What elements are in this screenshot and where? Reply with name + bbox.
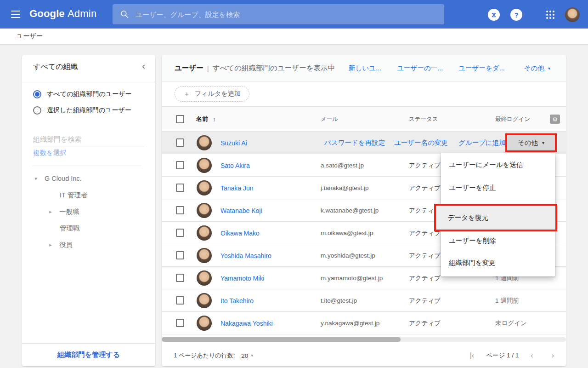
user-email: m.oikawa@gtest.jp (321, 222, 373, 244)
account-avatar[interactable] (565, 7, 580, 22)
table-header: 名前 ↑ メール ステータス 最終ログイン ⚙ (162, 107, 566, 132)
sidebar-title: すべての組織 (33, 62, 78, 72)
next-page-icon[interactable]: › (552, 351, 554, 360)
table-row[interactable]: Nakagawa Yoshiki y.nakagawa@gtest.jp アクテ… (162, 312, 566, 334)
search-input[interactable] (136, 11, 437, 18)
previous-page-icon[interactable]: ‹ (531, 351, 533, 360)
radio-selected-icon[interactable] (33, 90, 41, 98)
sidebar-collapse-icon[interactable]: ‹ (142, 61, 145, 70)
row-checkbox[interactable] (176, 251, 184, 259)
sort-ascending-icon[interactable]: ↑ (213, 116, 216, 123)
user-last-login: 1 週間前 (495, 289, 519, 312)
column-last-login[interactable]: 最終ログイン (495, 107, 530, 132)
user-avatar (197, 225, 212, 241)
row-more-button-annotated[interactable]: その他 ▾ (505, 133, 557, 152)
row-checkbox[interactable] (176, 161, 184, 169)
row-checkbox[interactable] (176, 274, 184, 282)
rows-per-page-value: 20 (241, 352, 248, 359)
user-name-link[interactable]: Sato Akira (220, 154, 250, 177)
row-checkbox[interactable] (176, 296, 184, 305)
tree-item-general[interactable]: ▸ 一般職 (22, 203, 155, 220)
org-search-input[interactable] (33, 133, 144, 147)
tree-item-management[interactable]: 管理職 (22, 220, 155, 236)
menu-item-change-org-unit[interactable]: 組織部門を変更 (441, 252, 555, 274)
user-name-link[interactable]: Tanaka Jun (220, 177, 254, 199)
table-row[interactable]: Ito Takehiro t.ito@gtest.jp アクティブ 1 週間前 (162, 289, 566, 312)
user-status: アクティブ (409, 289, 441, 312)
user-avatar (197, 180, 212, 196)
bulk-users-link[interactable]: ユーザーの一... (397, 64, 443, 73)
global-search-bar (113, 4, 444, 24)
user-avatar (197, 293, 212, 308)
user-name-link[interactable]: Oikawa Mako (220, 222, 260, 244)
radio-unselected-icon[interactable] (33, 106, 41, 115)
add-to-groups-link[interactable]: グループに追加 (458, 132, 506, 154)
select-all-checkbox[interactable] (176, 115, 184, 123)
pagination: |‹ ページ 1 / 1 ‹ › (470, 351, 554, 360)
tree-item-executive[interactable]: ▸ 役員 (22, 236, 155, 253)
user-avatar (197, 316, 212, 331)
multi-select-link[interactable]: 複数を選択 (33, 149, 67, 157)
user-name-link[interactable]: Yamamoto Miki (220, 267, 264, 289)
caret-down-icon: ▾ (548, 66, 550, 71)
user-avatar (197, 248, 212, 263)
filter-chip-label: フィルタを追加 (195, 90, 241, 98)
tree-expand-right-icon[interactable]: ▸ (47, 242, 54, 248)
user-avatar (197, 158, 212, 173)
row-checkbox[interactable] (176, 206, 184, 214)
user-email: m.yamamoto@gtest.jp (321, 267, 383, 289)
row-checkbox[interactable] (176, 319, 184, 327)
add-filter-chip[interactable]: ＋ フィルタを追加 (175, 86, 249, 102)
row-checkbox[interactable] (176, 229, 184, 237)
caret-down-icon: ▾ (251, 353, 253, 358)
user-email: a.sato@gtest.jp (321, 154, 364, 177)
radio-selected-org-users[interactable]: 選択した組織部門のユーザー (22, 104, 155, 117)
user-name-link[interactable]: Yoshida Masahiro (220, 244, 271, 267)
menu-item-delete-user[interactable]: ユーザーを削除 (441, 230, 555, 252)
help-icon[interactable]: ? (510, 9, 522, 21)
row-checkbox[interactable] (176, 184, 184, 192)
user-name-link[interactable]: Suzuki Ai (220, 132, 247, 154)
column-email[interactable]: メール (321, 107, 338, 132)
page-indicator: ページ 1 / 1 (486, 351, 519, 360)
row-checkbox[interactable] (176, 138, 184, 147)
tree-item-it-admin[interactable]: IT 管理者 (22, 187, 155, 203)
menu-item-suspend-user[interactable]: ユーザーを停止 (441, 176, 555, 199)
tree-expand-right-icon[interactable]: ▸ (47, 209, 54, 215)
caret-down-icon: ▾ (542, 141, 544, 145)
rows-per-page-select[interactable]: 20 ▾ (241, 352, 253, 359)
user-email: y.nakagawa@gtest.jp (321, 312, 379, 334)
add-user-link[interactable]: 新しいユ... (349, 64, 381, 73)
column-name[interactable]: 名前 ↑ (196, 107, 216, 132)
trial-countdown-icon[interactable]: ⧖ (488, 9, 500, 21)
user-status: アクティブ (409, 312, 441, 334)
rename-user-link[interactable]: ユーザー名の変更 (394, 132, 448, 154)
panel-more-button[interactable]: その他 ▾ (524, 64, 550, 73)
user-name-link[interactable]: Nakagawa Yoshiki (220, 312, 273, 334)
first-page-icon[interactable]: |‹ (470, 351, 474, 360)
radio-all-org-users[interactable]: すべての組織部門のユーザー (22, 87, 155, 101)
menu-item-email-user[interactable]: ユーザーにメールを送信 (441, 153, 555, 176)
hamburger-menu-icon[interactable] (11, 11, 20, 18)
divider (32, 166, 141, 166)
user-name-link[interactable]: Ito Takehiro (220, 289, 254, 312)
apps-grid-icon[interactable] (546, 11, 554, 19)
column-settings-gear-icon[interactable]: ⚙ (550, 115, 560, 124)
manage-org-units-link[interactable]: 組織部門を管理する (22, 343, 155, 366)
tree-label: G Cloud Inc. (45, 175, 82, 182)
breadcrumb[interactable]: ユーザー (17, 32, 43, 40)
panel-actions: 新しいユ... ユーザーの一... ユーザーをダ... その他 ▾ (349, 55, 550, 81)
user-name-link[interactable]: Watanabe Koji (220, 199, 262, 222)
tree-label: IT 管理者 (60, 191, 87, 200)
user-avatar (197, 270, 212, 286)
tree-label: 一般職 (59, 207, 79, 216)
menu-item-restore-data-annotated[interactable]: データを復元 (434, 204, 557, 231)
reset-password-link[interactable]: パスワードを再設定 (324, 132, 385, 154)
scrollbar-thumb[interactable] (162, 337, 401, 342)
download-users-link[interactable]: ユーザーをダ... (458, 64, 504, 73)
column-status[interactable]: ステータス (409, 107, 438, 132)
tree-expand-down-icon[interactable]: ▾ (32, 176, 40, 182)
user-last-login: 未ログイン (495, 312, 527, 334)
user-email: j.tanaka@gtest.jp (321, 177, 369, 199)
tree-item-root[interactable]: ▾ G Cloud Inc. (22, 170, 155, 187)
